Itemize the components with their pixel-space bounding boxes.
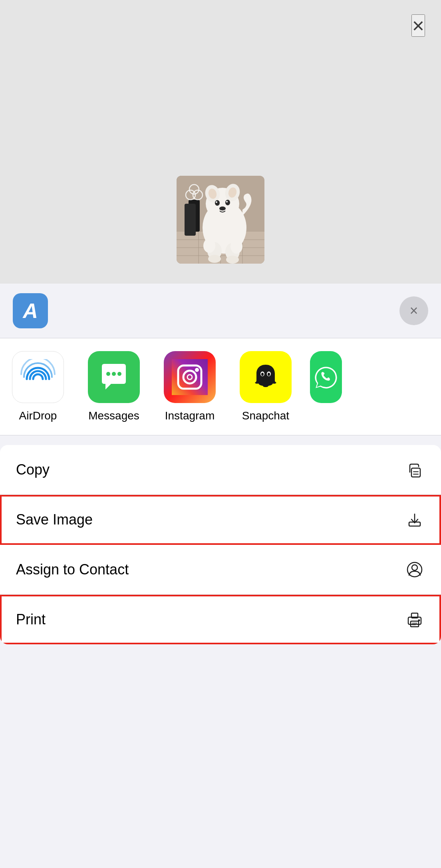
svg-point-28 (193, 190, 203, 200)
svg-point-33 (117, 372, 121, 376)
close-sheet-button[interactable]: × (399, 296, 428, 325)
image-preview (177, 176, 264, 264)
svg-point-32 (112, 372, 116, 376)
svg-point-31 (106, 372, 110, 376)
action-save-label: Save Image (16, 511, 93, 528)
svg-point-23 (208, 255, 221, 263)
svg-point-51 (412, 565, 417, 570)
airdrop-label: AirDrop (19, 409, 57, 422)
action-copy[interactable]: Copy (0, 445, 441, 495)
close-sheet-icon: × (409, 304, 418, 318)
svg-point-15 (225, 200, 230, 205)
svg-point-14 (215, 200, 220, 206)
instagram-label: Instagram (165, 409, 215, 422)
svg-point-24 (226, 256, 239, 264)
airdrop-overlay-icon (184, 183, 205, 204)
top-area: × (0, 0, 441, 284)
instagram-app-icon (164, 351, 216, 403)
bottom-sheet: A × AirDr (0, 284, 441, 868)
action-assign-label: Assign to Contact (16, 561, 129, 578)
svg-point-21 (203, 238, 215, 253)
share-apps-row: AirDrop Messages (0, 338, 441, 435)
share-app-fifth[interactable] (304, 351, 342, 403)
snapchat-label: Snapchat (242, 409, 289, 422)
source-app-icon: A (13, 293, 48, 328)
action-list: Copy Save Image (0, 445, 441, 644)
svg-point-38 (195, 368, 199, 372)
contact-icon (404, 559, 425, 580)
action-print-label: Print (16, 611, 46, 628)
messages-app-icon (88, 351, 140, 403)
share-app-snapchat[interactable]: Snapchat (228, 351, 304, 422)
copy-icon (404, 459, 425, 480)
action-save-image[interactable]: Save Image (0, 495, 441, 545)
share-app-instagram[interactable]: Instagram (152, 351, 228, 422)
action-print[interactable]: Print (0, 595, 441, 644)
airdrop-app-icon (12, 351, 64, 403)
svg-point-43 (268, 373, 270, 376)
svg-point-16 (216, 201, 217, 203)
save-icon (404, 509, 425, 530)
share-app-airdrop[interactable]: AirDrop (0, 351, 76, 422)
action-copy-label: Copy (16, 461, 50, 478)
svg-point-55 (418, 620, 420, 622)
svg-point-17 (226, 201, 228, 203)
print-icon (404, 609, 425, 630)
svg-point-29 (189, 185, 199, 194)
share-app-messages[interactable]: Messages (76, 351, 152, 422)
svg-point-18 (219, 207, 226, 211)
svg-rect-45 (411, 468, 420, 477)
source-row: A × (0, 284, 441, 338)
svg-point-42 (261, 373, 264, 376)
fifth-app-icon (310, 351, 342, 403)
action-assign-contact[interactable]: Assign to Contact (0, 545, 441, 595)
close-button-top[interactable]: × (411, 14, 425, 37)
svg-rect-26 (185, 204, 196, 236)
svg-point-22 (230, 239, 242, 254)
messages-label: Messages (88, 409, 139, 422)
snapchat-app-icon (240, 351, 292, 403)
source-app-letter: A (23, 299, 38, 323)
